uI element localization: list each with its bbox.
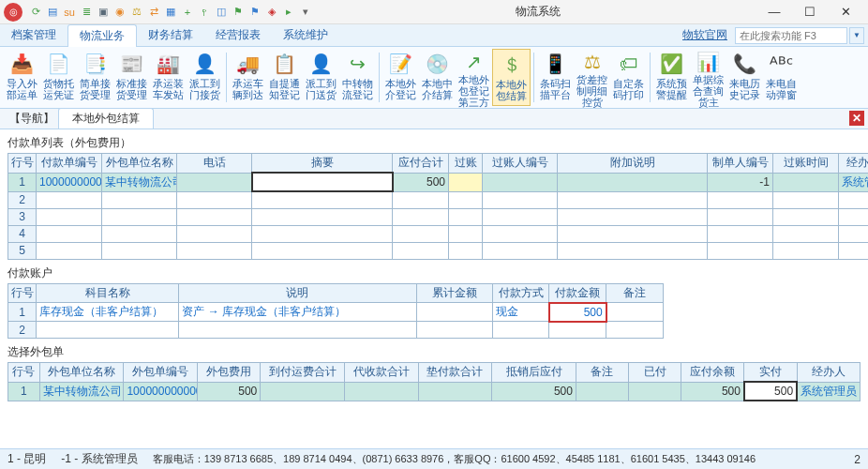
col-header[interactable]: 过账: [449, 154, 483, 174]
col-header[interactable]: 行号: [8, 283, 37, 303]
ribbon-btn[interactable]: 📥导入外 部运单: [4, 49, 40, 106]
cell[interactable]: [773, 173, 839, 191]
ribbon-btn[interactable]: 📝本地外 介登记: [382, 49, 419, 106]
cell[interactable]: 现金: [492, 303, 549, 322]
table-row[interactable]: 3: [8, 208, 869, 225]
cell[interactable]: [252, 191, 393, 208]
cell[interactable]: 系统管理员: [839, 173, 869, 191]
cell[interactable]: [393, 225, 449, 242]
cell[interactable]: 500: [681, 382, 744, 401]
col-header[interactable]: 付款方式: [492, 283, 549, 303]
cell[interactable]: [773, 191, 839, 208]
cell[interactable]: [393, 208, 449, 225]
qat-flag2-icon[interactable]: ⚑: [247, 5, 262, 20]
breadcrumb[interactable]: 【导航】: [6, 111, 58, 129]
cell[interactable]: [177, 242, 252, 259]
cell[interactable]: [37, 208, 102, 225]
qat-doc-icon[interactable]: ▤: [45, 5, 60, 20]
cell[interactable]: [449, 242, 483, 259]
ribbon-btn[interactable]: 👤派工到 门接货: [187, 49, 223, 106]
cell[interactable]: [261, 382, 345, 401]
cell[interactable]: [37, 242, 102, 259]
close-button[interactable]: ✕: [834, 4, 857, 21]
cell[interactable]: [629, 382, 681, 401]
qat-refresh-icon[interactable]: ⟳: [28, 5, 43, 20]
cell[interactable]: [102, 191, 177, 208]
cell[interactable]: [179, 322, 416, 339]
ribbon-btn[interactable]: 📰标准接 货受理: [113, 49, 150, 106]
menu-finance[interactable]: 财务结算: [137, 24, 204, 46]
col-header[interactable]: 备注: [606, 283, 664, 303]
cell[interactable]: [606, 322, 664, 339]
cell[interactable]: 库存现金（非客户结算）: [37, 303, 179, 322]
ribbon-btn[interactable]: ＄本地外 包结算: [492, 49, 531, 106]
app-logo-icon[interactable]: ◎: [4, 3, 22, 22]
cell[interactable]: [449, 191, 483, 208]
qat-plus-icon[interactable]: +: [180, 5, 195, 20]
cell[interactable]: 某中转物流公司: [39, 382, 124, 401]
table-row[interactable]: 5: [8, 242, 869, 259]
cell[interactable]: 1: [8, 173, 37, 191]
col-header[interactable]: 累计金额: [416, 283, 492, 303]
cell[interactable]: [37, 191, 102, 208]
menu-logistics[interactable]: 物流业务: [67, 24, 137, 47]
ribbon-btn[interactable]: 🚚承运车 辆到达: [230, 49, 266, 106]
cell[interactable]: [416, 322, 492, 339]
ribbon-btn[interactable]: 📞来电历 史记录: [726, 49, 763, 106]
outsource-select-table[interactable]: 行号外包单位名称外包单编号外包费用到付运费合计代收款合计垫付款合计抵销后应付备注…: [7, 362, 861, 401]
cell[interactable]: [449, 173, 483, 191]
cell[interactable]: [483, 225, 558, 242]
cell[interactable]: [483, 173, 558, 191]
payment-list-table[interactable]: 行号付款单编号外包单位名称电话摘要应付合计过账过账人编号附加说明制单人编号过账时…: [7, 153, 868, 260]
ribbon-btn[interactable]: 🏷自定条 码打印: [610, 49, 647, 106]
ribbon-btn[interactable]: 📄货物托 运凭证: [40, 49, 77, 106]
cell[interactable]: 1000000000000001: [37, 173, 102, 191]
qat-org-icon[interactable]: ◫: [214, 5, 229, 20]
qat-balance-icon[interactable]: ⚖: [129, 5, 144, 20]
ribbon-btn[interactable]: ᴬᴮᶜ来电自 动弹窗: [763, 49, 800, 106]
col-header[interactable]: 行号: [8, 154, 37, 174]
table-row[interactable]: 2: [8, 191, 869, 208]
col-header[interactable]: 备注: [576, 363, 628, 383]
qat-truck-icon[interactable]: ▣: [96, 5, 111, 20]
cell[interactable]: [558, 225, 708, 242]
qat-chart-icon[interactable]: ⫯: [197, 5, 212, 20]
ribbon-btn[interactable]: 📑简单接 货受理: [77, 49, 113, 106]
cell[interactable]: [839, 225, 869, 242]
cell[interactable]: [449, 208, 483, 225]
col-header[interactable]: 外包费用: [197, 363, 260, 383]
cell[interactable]: [177, 208, 252, 225]
cell[interactable]: 3: [8, 208, 37, 225]
ribbon-btn[interactable]: 💿本地中 介结算: [419, 49, 456, 106]
cell[interactable]: [416, 303, 492, 322]
col-header[interactable]: 过账时间: [773, 154, 839, 174]
payment-account-table[interactable]: 行号科目名称说明累计金额付款方式付款金额备注1库存现金（非客户结算）资产 → 库…: [7, 283, 664, 340]
ribbon-btn[interactable]: ✅系统预 警提醒: [653, 49, 690, 106]
official-site-link[interactable]: 物软官网: [677, 27, 733, 43]
table-row[interactable]: 4: [8, 225, 869, 242]
cell[interactable]: [839, 242, 869, 259]
qat-swap-icon[interactable]: ⇄: [146, 5, 161, 20]
cell[interactable]: 500: [492, 382, 576, 401]
table-row[interactable]: 2: [8, 322, 664, 339]
cell[interactable]: [492, 322, 549, 339]
cell[interactable]: [483, 191, 558, 208]
cell[interactable]: [558, 173, 708, 191]
cell[interactable]: [393, 242, 449, 259]
cell[interactable]: [483, 208, 558, 225]
qat-book-icon[interactable]: ◈: [264, 5, 279, 20]
cell[interactable]: [839, 208, 869, 225]
cell[interactable]: [708, 242, 773, 259]
table-row[interactable]: 1某中转物流公司1000000000000001500500500500系统管理…: [8, 382, 861, 401]
cell[interactable]: -1: [708, 173, 773, 191]
cell[interactable]: [773, 225, 839, 242]
cell[interactable]: [558, 242, 708, 259]
cell[interactable]: [252, 242, 393, 259]
cell[interactable]: [449, 225, 483, 242]
cell[interactable]: [708, 225, 773, 242]
cell[interactable]: [177, 191, 252, 208]
col-header[interactable]: 已付: [629, 363, 681, 383]
qat-dot-icon[interactable]: ◉: [112, 5, 127, 20]
cell[interactable]: [102, 242, 177, 259]
tab-close-icon[interactable]: ✕: [849, 111, 864, 126]
